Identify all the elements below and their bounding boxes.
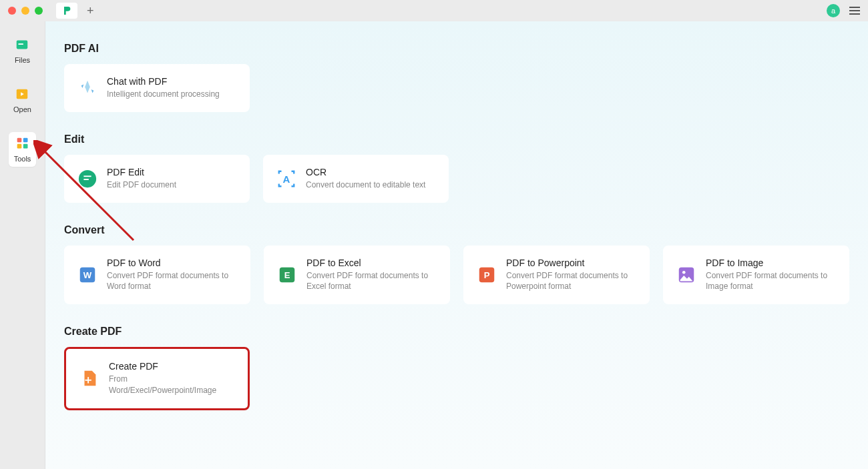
card-title: PDF to Image bbox=[706, 258, 836, 268]
sidebar-item-tools[interactable]: Tools bbox=[9, 132, 37, 167]
card-pdf-to-excel[interactable]: E PDF to Excel Convert PDF format docume… bbox=[264, 246, 450, 305]
image-icon bbox=[676, 265, 696, 285]
card-subtitle: Convert PDF format documents to Powerpoi… bbox=[506, 270, 636, 293]
create-pdf-icon bbox=[79, 368, 99, 388]
svg-text:P: P bbox=[484, 270, 490, 280]
card-chat-with-pdf[interactable]: Chat with PDF Intelligent document proce… bbox=[64, 64, 250, 112]
card-subtitle: Edit PDF document bbox=[107, 179, 176, 191]
window-controls bbox=[8, 7, 43, 15]
titlebar: + a bbox=[0, 0, 868, 21]
card-title: PDF to Word bbox=[107, 258, 237, 268]
svg-rect-13 bbox=[83, 179, 89, 180]
sidebar-item-files[interactable]: Files bbox=[9, 33, 35, 68]
tools-icon bbox=[15, 136, 30, 151]
card-pdf-edit[interactable]: PDF Edit Edit PDF document bbox=[64, 155, 250, 203]
chat-pdf-icon bbox=[77, 78, 97, 98]
svg-marker-9 bbox=[81, 84, 84, 88]
svg-rect-24 bbox=[85, 380, 91, 381]
svg-rect-12 bbox=[83, 175, 91, 177]
card-title: Create PDF bbox=[109, 361, 234, 372]
app-tab[interactable] bbox=[56, 3, 77, 19]
avatar[interactable]: a bbox=[827, 4, 840, 17]
svg-rect-4 bbox=[17, 138, 21, 143]
powerpoint-icon: P bbox=[477, 265, 497, 285]
card-subtitle: Convert PDF format documents to Image fo… bbox=[706, 270, 836, 293]
card-pdf-to-powerpoint[interactable]: P PDF to Powerpoint Convert PDF format d… bbox=[463, 246, 650, 305]
svg-marker-8 bbox=[85, 81, 90, 93]
content-area: PDF AI Chat with PDF Intelligent documen… bbox=[45, 21, 868, 469]
card-subtitle: Convert PDF format documents to Word for… bbox=[107, 270, 237, 293]
card-subtitle: Convert PDF format documents to Excel fo… bbox=[306, 270, 437, 293]
svg-marker-10 bbox=[91, 89, 94, 93]
sidebar-label: Open bbox=[13, 105, 31, 113]
card-title: Chat with PDF bbox=[107, 76, 220, 87]
section-title-convert: Convert bbox=[64, 224, 849, 236]
card-ocr[interactable]: A OCR Convert document to editable text bbox=[263, 155, 449, 203]
maximize-icon[interactable] bbox=[35, 7, 43, 15]
files-icon bbox=[15, 37, 29, 52]
close-icon[interactable] bbox=[8, 7, 16, 15]
card-subtitle: From Word/Execl/Powerpoint/Image bbox=[109, 374, 234, 396]
card-create-pdf[interactable]: Create PDF From Word/Execl/Powerpoint/Im… bbox=[64, 347, 250, 410]
sidebar-label: Tools bbox=[14, 155, 31, 163]
card-title: OCR bbox=[306, 167, 425, 177]
svg-rect-7 bbox=[23, 144, 27, 149]
svg-rect-1 bbox=[19, 43, 23, 45]
svg-text:W: W bbox=[83, 270, 92, 280]
word-icon: W bbox=[77, 265, 97, 285]
svg-text:A: A bbox=[283, 173, 290, 184]
pdf-edit-icon bbox=[77, 169, 97, 189]
excel-icon: E bbox=[277, 265, 297, 285]
card-title: PDF to Powerpoint bbox=[506, 258, 636, 268]
sidebar-label: Files bbox=[15, 56, 30, 64]
open-icon bbox=[15, 87, 29, 101]
sidebar: Files Open Tools bbox=[0, 21, 45, 469]
sidebar-item-open[interactable]: Open bbox=[8, 83, 37, 117]
section-title-edit: Edit bbox=[64, 133, 849, 145]
app-logo-icon bbox=[61, 5, 72, 16]
card-title: PDF to Excel bbox=[306, 258, 437, 268]
new-tab-button[interactable]: + bbox=[87, 4, 94, 18]
minimize-icon[interactable] bbox=[21, 7, 29, 15]
section-title-createpdf: Create PDF bbox=[64, 326, 849, 338]
card-subtitle: Convert document to editable text bbox=[306, 179, 425, 191]
svg-rect-5 bbox=[23, 138, 27, 143]
menu-button[interactable] bbox=[849, 7, 860, 15]
svg-point-22 bbox=[682, 271, 686, 274]
card-pdf-to-word[interactable]: W PDF to Word Convert PDF format documen… bbox=[64, 246, 250, 305]
svg-text:E: E bbox=[284, 270, 290, 280]
section-title-pdfai: PDF AI bbox=[64, 43, 849, 55]
card-subtitle: Intelligent document processing bbox=[107, 89, 220, 100]
card-title: PDF Edit bbox=[107, 167, 176, 177]
card-pdf-to-image[interactable]: PDF to Image Convert PDF format document… bbox=[663, 246, 849, 305]
svg-rect-6 bbox=[17, 144, 21, 149]
ocr-icon: A bbox=[276, 169, 296, 189]
